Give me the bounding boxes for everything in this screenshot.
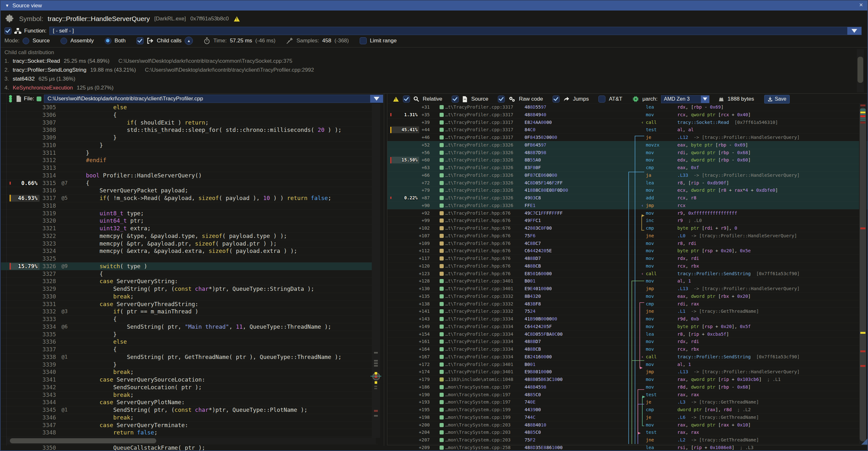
source-line[interactable]: 3310 }	[1, 142, 378, 149]
limit-range-checkbox[interactable]	[360, 37, 367, 44]
source-line[interactable]: 3329 SendString( ptr, (const char*)ptr, …	[1, 285, 378, 293]
source-line[interactable]: 3330 break;	[1, 293, 378, 300]
assembly-row[interactable]: +179…1103\include\atomic:1048488B05B63C1…	[388, 375, 867, 383]
assembly-row[interactable]: +198…mon\TracySystem.cpp:199744Cje.L6 ->…	[388, 413, 867, 421]
function-combo[interactable]: [ - self - ]	[49, 27, 862, 35]
source-line[interactable]: 3333 {	[1, 315, 378, 323]
assembly-row[interactable]: +207…mon\TracySystem.cpp:20375F2jne.L2 -…	[388, 436, 867, 444]
assembly-row[interactable]: +90…t\TracyProfiler.cpp:3326FFE1‹jmprcx	[388, 202, 867, 209]
source-minimap[interactable]	[372, 103, 380, 438]
source-line[interactable]: 3324 memcpy( &extra, &payload.extra, siz…	[1, 247, 378, 255]
source-line[interactable]: 3344 case ServerQueryPlotName:	[1, 398, 378, 406]
assembly-row[interactable]: +209…mon\TracySystem.cpp:258488D35E88610…	[388, 444, 867, 451]
assembly-row[interactable]: +92…t\TracyProfiler.hpp:67649C7C1FFFFFFF…	[388, 209, 867, 217]
assembly-row[interactable]: +99…t\TracyProfiler.hpp:67649FFC1incr9 ;…	[388, 217, 867, 224]
save-button[interactable]: Save	[764, 95, 790, 103]
assembly-row[interactable]: +200…mon\TracySystem.cpp:203488B4010movr…	[388, 421, 867, 429]
assembly-row[interactable]: 45.41%+44…t\TracyProfiler.cpp:331784C0te…	[388, 126, 867, 133]
source-line[interactable]: 3305 else	[1, 103, 378, 111]
child-call-item[interactable]: 4.KeSynchronizeExecution125 μs (0.27%)	[4, 84, 314, 92]
assembly-row[interactable]: +138…t\TracyProfiler.cpp:3332483BF8cmprd…	[388, 300, 867, 308]
source-line[interactable]: 3316 ServerQueryPacket payload;	[1, 187, 378, 194]
assembly-row[interactable]: +154…t\TracyProfiler.cpp:33344C8D055FBA0…	[388, 330, 867, 338]
assembly-row[interactable]: +167…t\TracyProfiler.cpp:3334E824160000‹…	[388, 353, 867, 361]
assembly-row[interactable]: +193…mon\TracySystem.cpp:197740Eje.L3 ->…	[388, 398, 867, 406]
assembly-row[interactable]: +46…t\TracyProfiler.cpp:33170F8435020000…	[388, 133, 867, 141]
uarch-combo-arrow[interactable]	[701, 95, 709, 103]
assembly-row[interactable]: +135…t\TracyProfiler.cpp:33328B4320movea…	[388, 292, 867, 300]
source-line[interactable]: 3343 break;	[1, 391, 378, 399]
source-line[interactable]: 3332@3 if( ptr == m_mainThread )	[1, 308, 378, 315]
source-line[interactable]: 3312#endif	[1, 156, 378, 164]
source-line[interactable]: 3313	[1, 164, 378, 172]
assembly-row[interactable]: +56…t\TracyProfiler.cpp:3326488B7D98movr…	[388, 149, 867, 156]
assembly-row[interactable]: +130…t\TracyProfiler.cpp:3401E9E4010000j…	[388, 285, 867, 292]
source-line[interactable]: 3342 SendSourceLocation( ptr );	[1, 384, 378, 391]
assembly-row[interactable]: +63…t\TracyProfiler.cpp:332683F80Fcmpeax…	[388, 164, 867, 171]
source-line[interactable]: 3328 case ServerQueryString:	[1, 277, 378, 285]
assembly-row[interactable]: +120…t\TracyProfiler.hpp:676488BCBmovrcx…	[388, 262, 867, 270]
source-line[interactable]: 3339 }	[1, 361, 378, 368]
assembly-row[interactable]: +66…t\TracyProfiler.cpp:33260F87CE060000…	[388, 171, 867, 179]
collapse-icon[interactable]: ▼	[5, 3, 9, 8]
assembly-row[interactable]: +79…t\TracyProfiler.cpp:3326418B8C80E0BF…	[388, 186, 867, 194]
file-combo[interactable]: C:\Users\wolf\Desktop\darkrl\contrib\tra…	[44, 95, 383, 103]
assembly-row[interactable]: +195…mon\TracySystem.cpp:199443900cmpdwo…	[388, 406, 867, 413]
source-line[interactable]: 3340 break;	[1, 368, 378, 376]
assembly-row[interactable]: +112…t\TracyProfiler.hpp:676C64424205Emo…	[388, 247, 867, 254]
source-line[interactable]: 3345@1 SendString( ptr, (const char*)ptr…	[1, 406, 378, 414]
assembly-row[interactable]: +186…mon\TracySystem.cpp:197448B4598movr…	[388, 383, 867, 391]
source-line[interactable]: 3307 if( shouldExit ) return;	[1, 119, 378, 126]
relative-checkbox[interactable]	[403, 95, 410, 102]
child-calls-checkbox[interactable]	[136, 37, 144, 44]
assembly-row[interactable]: +164…t\TracyProfiler.cpp:3334488BCBmovrc…	[388, 345, 867, 353]
assembly-row[interactable]: +128…t\TracyProfiler.cpp:3401B001moval, …	[388, 277, 867, 285]
resize-grip[interactable]	[861, 438, 868, 445]
radio-both[interactable]	[105, 38, 112, 44]
source-line[interactable]: 46.93%3317@5 if( !m_sock->Read( &payload…	[1, 194, 378, 202]
assembly-row[interactable]: +117…t\TracyProfiler.hpp:676488BD7movrdx…	[388, 254, 867, 262]
source-line[interactable]: 3341 case ServerQuerySourceLocation:	[1, 376, 378, 384]
source-line[interactable]: 3314bool Profiler::HandleServerQuery()	[1, 172, 378, 179]
radio-assembly[interactable]	[60, 38, 67, 44]
assembly-row[interactable]: +109…t\TracyProfiler.hpp:6764C8BC7movr8,…	[388, 240, 867, 247]
assembly-scrollbar[interactable]	[859, 103, 867, 444]
source-line[interactable]: 3322 memcpy( &type, &payload.type, sizeo…	[1, 232, 378, 240]
source-line[interactable]: 3334@6 SendString( ptr, "Main thread", 1…	[1, 323, 378, 331]
source-line[interactable]: 15.79%3326@9 switch( type )	[1, 263, 378, 270]
att-checkbox[interactable]	[598, 95, 606, 102]
assembly-row[interactable]: +107…t\TracyProfiler.hpp:67675F6jne.L0 -…	[388, 232, 867, 240]
assembly-row[interactable]: +204…mon\TracySystem.cpp:2034885C0testra…	[388, 428, 867, 436]
assembly-row[interactable]: +102…t\TracyProfiler.hpp:67642803C0F00cm…	[388, 224, 867, 232]
source-line[interactable]: 3318	[1, 202, 378, 210]
source-line[interactable]: 3327 {	[1, 270, 378, 278]
assembly-row[interactable]: +72…t\TracyProfiler.cpp:33264C8D05F146F2…	[388, 179, 867, 187]
source-line[interactable]: 3321 uint32_t extra;	[1, 224, 378, 232]
source-line[interactable]: 3348 return false;	[1, 429, 378, 437]
raw-code-checkbox[interactable]	[498, 95, 505, 102]
source-line[interactable]: 3347 case ServerQueryTerminate:	[1, 421, 378, 429]
assembly-row[interactable]: +172…t\TracyProfiler.cpp:3401B001moval, …	[388, 361, 867, 368]
child-call-item[interactable]: 1.tracy::Socket::Read25.25 ms (54.89%)C:…	[4, 57, 314, 66]
file-combo-arrow[interactable]	[370, 95, 383, 102]
source-checkbox[interactable]	[452, 95, 459, 102]
assembly-row[interactable]: +31…t\TracyProfiler.cpp:3317488D5597lear…	[388, 103, 867, 111]
source-line[interactable]: 3311}	[1, 149, 378, 157]
function-combo-arrow[interactable]	[847, 27, 861, 35]
child-call-item[interactable]: 3.stat64i32625 μs (1.36%)	[4, 74, 314, 84]
assembly-row[interactable]: 1.31%+35…t\TracyProfiler.cpp:3317488B494…	[388, 111, 867, 119]
assembly-row[interactable]: +141…t\TracyProfiler.cpp:33327524jne.L1 …	[388, 307, 867, 315]
assembly-row[interactable]: +190…mon\TracySystem.cpp:1974885C0testra…	[388, 391, 867, 398]
source-line[interactable]: 3306 {	[1, 111, 378, 119]
source-line[interactable]: 3338@1 SendString( ptr, GetThreadName( p…	[1, 353, 378, 361]
source-line[interactable]: 3337 {	[1, 345, 378, 353]
source-line[interactable]: 3331 case ServerQueryThreadString:	[1, 300, 378, 308]
assembly-row[interactable]: +174…t\TracyProfiler.cpp:3401E9B8010000j…	[388, 368, 867, 375]
function-checkbox[interactable]	[4, 27, 11, 34]
assembly-row[interactable]: +52…t\TracyProfiler.cpp:33260FB64597movz…	[388, 141, 867, 149]
assembly-row[interactable]: +123…t\TracyProfiler.hpp:676E850160000‹c…	[388, 270, 867, 277]
source-line[interactable]: 3308 std::this_thread::sleep_for( std::c…	[1, 126, 378, 134]
source-line[interactable]: 3350 QueueCallstackFrame( ptr );	[1, 444, 378, 451]
expand-up-button[interactable]: ▲	[185, 37, 193, 45]
source-hscrollbar[interactable]	[7, 438, 376, 444]
